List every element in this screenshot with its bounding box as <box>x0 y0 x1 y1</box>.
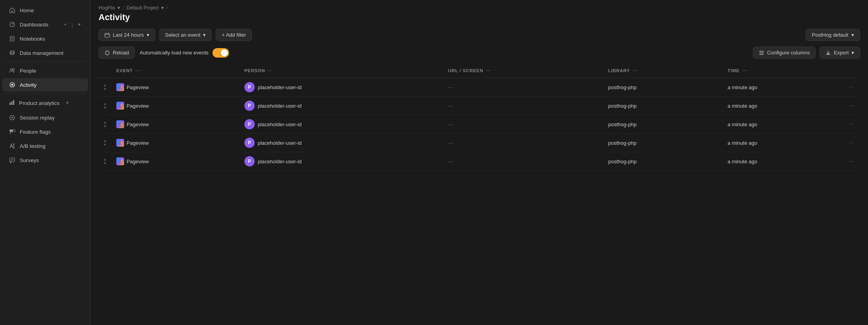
main-content: HogFlix ▾ / Default Project ▾ / Activity… <box>91 0 868 325</box>
event-type-icon <box>116 83 124 91</box>
sidebar-item-data-management[interactable]: Data management <box>2 46 88 60</box>
row-expand-arrows[interactable]: ▲ ▼ <box>103 158 107 165</box>
sidebar-item-session-replay[interactable]: Session replay <box>2 111 88 124</box>
sidebar-item-activity[interactable]: Activity <box>2 78 88 92</box>
event-name: Pageview <box>127 84 149 90</box>
export-button[interactable]: Export ▾ <box>820 47 860 59</box>
time-column-header: TIME ··· <box>723 64 842 78</box>
breadcrumb-org[interactable]: HogFlix <box>99 5 115 11</box>
event-cell: Pageview <box>116 120 235 128</box>
sidebar-divider-2 <box>4 93 86 94</box>
person-column-header: PERSON ··· <box>240 64 443 78</box>
sidebar-item-home[interactable]: Home <box>2 4 88 17</box>
url-value: — <box>448 159 453 164</box>
sidebar-item-feature-flags-label: Feature flags <box>20 129 82 135</box>
row-options-button[interactable]: ··· <box>847 157 855 166</box>
svg-rect-23 <box>120 104 121 106</box>
sidebar-item-notebooks[interactable]: Notebooks <box>2 32 88 45</box>
event-select-label: Select an event <box>165 32 201 38</box>
configure-columns-button[interactable]: Configure columns <box>753 47 816 59</box>
row-expand-arrows[interactable]: ▲ ▼ <box>103 121 107 128</box>
date-filter-button[interactable]: Last 24 hours ▾ <box>99 29 155 41</box>
sidebar-item-data-management-label: Data management <box>20 50 82 56</box>
add-filter-button[interactable]: + Add filter <box>216 29 252 41</box>
breadcrumb: HogFlix ▾ / Default Project ▾ / <box>91 0 868 11</box>
library-value: posthog-php <box>608 84 637 90</box>
url-value: — <box>448 103 453 109</box>
sidebar-item-dashboards[interactable]: Dashboards ▾ | <box>2 18 88 31</box>
time-value: a minute ago <box>728 159 757 164</box>
sidebar-item-surveys[interactable]: Surveys <box>2 153 88 167</box>
event-type-icon <box>116 157 124 165</box>
date-filter-label: Last 24 hours <box>113 32 144 38</box>
sidebar-item-dashboards-label: Dashboards <box>20 22 60 28</box>
configure-columns-label: Configure columns <box>767 50 810 56</box>
sidebar-item-feature-flags[interactable]: Feature flags <box>2 125 88 138</box>
person-column-options[interactable]: ··· <box>267 67 273 74</box>
sidebar-item-activity-label: Activity <box>20 82 82 88</box>
configure-columns-icon <box>759 50 764 56</box>
table-body: ▲ ▼ Pageview P placeholder-user-id <box>99 78 860 171</box>
reload-button[interactable]: Reload <box>99 47 135 59</box>
person-avatar: P <box>244 82 255 92</box>
posthog-default-button[interactable]: PostHog default ▾ <box>806 29 860 41</box>
reload-label: Reload <box>113 50 129 56</box>
svg-rect-30 <box>121 141 122 144</box>
sidebar-item-ab-testing-label: A/B testing <box>20 143 82 149</box>
row-options-button[interactable]: ··· <box>847 101 855 110</box>
page-title: Activity <box>99 12 860 22</box>
date-filter-chevron: ▾ <box>147 32 149 38</box>
library-column-options[interactable]: ··· <box>632 67 638 74</box>
library-value: posthog-php <box>608 103 637 109</box>
sidebar-item-home-label: Home <box>20 7 82 13</box>
action-bar: Reload Automatically load new events Con… <box>91 47 868 64</box>
person-avatar: P <box>244 119 255 129</box>
time-value: a minute ago <box>728 84 757 90</box>
svg-point-17 <box>760 52 760 53</box>
svg-rect-26 <box>120 122 121 124</box>
url-column-options[interactable]: ··· <box>486 67 491 74</box>
product-analytics-add-button[interactable]: + <box>63 99 71 107</box>
breadcrumb-org-chevron: ▾ <box>117 5 120 11</box>
auto-load-toggle[interactable] <box>212 48 229 58</box>
event-select-button[interactable]: Select an event ▾ <box>159 29 212 41</box>
sidebar-item-people[interactable]: People <box>2 64 88 77</box>
person-cell: P placeholder-user-id <box>244 156 439 166</box>
action-right: Configure columns Export ▾ <box>753 47 860 59</box>
sidebar-item-product-analytics[interactable]: Product analytics + <box>2 96 88 110</box>
sidebar-item-product-analytics-label: Product analytics <box>19 100 60 106</box>
svg-rect-10 <box>13 100 14 105</box>
sidebar-item-session-replay-label: Session replay <box>20 115 82 121</box>
add-filter-label: + Add filter <box>222 32 246 38</box>
url-value: — <box>448 121 453 127</box>
event-cell: Pageview <box>116 102 235 110</box>
event-name: Pageview <box>127 159 149 164</box>
table-row: ▲ ▼ Pageview P placeholder-user-id <box>99 97 860 115</box>
event-column-header: EVENT ··· <box>112 64 240 78</box>
person-avatar: P <box>244 156 255 166</box>
library-column-header: LIBRARY ··· <box>604 64 723 78</box>
svg-point-3 <box>11 69 13 71</box>
product-analytics-icon <box>9 99 15 107</box>
sidebar-item-ab-testing[interactable]: A/B testing <box>2 139 88 153</box>
activity-icon <box>9 81 16 88</box>
data-management-icon <box>9 49 16 56</box>
time-column-options[interactable]: ··· <box>742 67 747 74</box>
person-id: placeholder-user-id <box>258 84 302 90</box>
person-cell: P placeholder-user-id <box>244 101 439 111</box>
person-avatar: P <box>244 101 255 111</box>
row-options-button[interactable]: ··· <box>847 138 855 147</box>
auto-load-text: Automatically load new events <box>140 50 209 56</box>
event-column-options[interactable]: ··· <box>135 67 141 74</box>
toolbar-right: PostHog default ▾ <box>806 29 860 41</box>
feature-flags-icon <box>9 128 16 135</box>
row-expand-arrows[interactable]: ▲ ▼ <box>103 102 107 110</box>
row-options-button[interactable]: ··· <box>847 83 855 92</box>
surveys-icon <box>9 157 16 164</box>
row-expand-arrows[interactable]: ▲ ▼ <box>103 84 107 91</box>
row-expand-arrows[interactable]: ▲ ▼ <box>103 139 107 147</box>
svg-point-16 <box>760 51 760 52</box>
library-value: posthog-php <box>608 159 637 164</box>
row-options-button[interactable]: ··· <box>847 120 855 129</box>
breadcrumb-project[interactable]: Default Project <box>127 5 159 11</box>
